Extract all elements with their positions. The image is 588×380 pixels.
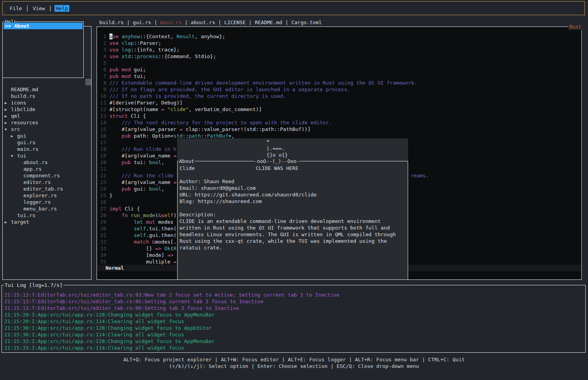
- about-popup-text-line: URL: https://git.shaunreed.com/shaunrd0/…: [180, 191, 407, 198]
- explorer-item-gui-rs[interactable]: gui.rs: [3, 139, 90, 146]
- code-line: 4use std::process::{Command, Stdio};: [97, 53, 581, 60]
- explorer-item-component-rs[interactable]: component.rs: [3, 172, 90, 179]
- line-number: 34: [97, 252, 106, 258]
- about-popup-text-line: ratatui crate.: [180, 244, 407, 251]
- explorer-item-libclide[interactable]: ▶libclide: [3, 106, 90, 113]
- tab-separator: |: [246, 19, 255, 25]
- about-popup-text-line: CLIDE is an extendable command-line driv…: [180, 218, 407, 224]
- tab-main-rs[interactable]: main.rs: [160, 19, 182, 25]
- tree-item-label: explorer.rs: [23, 192, 57, 199]
- line-number: 32: [97, 239, 106, 245]
- about-popup: * |.===. {}o o{} About -ooO--(_)--Ooo- C…: [177, 138, 408, 280]
- line-number: 23: [97, 179, 106, 186]
- dropdown-item-about[interactable]: >> About: [4, 23, 83, 29]
- tree-item-label: main.rs: [17, 146, 39, 152]
- tab-about-rs[interactable]: about.rs: [191, 19, 215, 25]
- code-line: 13struct Cli {: [97, 113, 581, 119]
- folder-collapsed-icon: ▶: [5, 100, 7, 106]
- vim-mode-indicator: Normal: [97, 265, 124, 271]
- tree-item-label: gui.rs: [17, 139, 35, 146]
- tab-gui-rs[interactable]: gui.rs: [133, 19, 151, 25]
- explorer-item-resources[interactable]: ▶resources: [3, 119, 90, 126]
- line-number: 33: [97, 245, 106, 252]
- line-number: 16: [97, 133, 106, 139]
- explorer-item-editor-rs[interactable]: editor.rs: [3, 179, 90, 186]
- tab-build-rs[interactable]: build.rs: [99, 19, 124, 25]
- explorer-item-gui[interactable]: ▶gui: [3, 133, 90, 139]
- ascii-art: * |.===. {}o o{}: [254, 138, 288, 158]
- line-number: 9: [97, 86, 106, 93]
- line-number: 27: [97, 205, 106, 212]
- explorer-item-about-rs[interactable]: about.rs: [3, 159, 90, 166]
- about-popup-text-line: Description:: [180, 211, 407, 218]
- explorer-item-menu-bar-rs[interactable]: menu_bar.rs: [3, 205, 90, 212]
- line-number: 26: [97, 199, 106, 205]
- menu-item-help[interactable]: Help: [55, 5, 69, 12]
- line-number: 11: [97, 99, 106, 106]
- tab-license[interactable]: LICENSE: [224, 19, 246, 25]
- tree-item-label: icons: [11, 99, 26, 106]
- explorer-item-readme-md[interactable]: README.md: [3, 86, 90, 93]
- log-entry: 21:15:13:T:EditorTab:src/tui/editor_tab.…: [4, 292, 584, 298]
- code-line: 2use clap::Parser;: [97, 40, 581, 46]
- line-number: 22: [97, 172, 106, 179]
- about-popup-box: About -ooO--(_)--Ooo- Clide CLIDE WAS HE…: [177, 161, 408, 280]
- code-fragment: reams.: [410, 172, 429, 179]
- about-popup-text-line: headless Linux environments. The GUI is …: [180, 231, 407, 238]
- tab-separator: |: [215, 19, 224, 25]
- line-number: 31: [97, 232, 106, 239]
- menu-item-view[interactable]: View: [32, 5, 46, 12]
- explorer-item-icons[interactable]: ▶icons: [3, 99, 90, 106]
- code-line: 1use anyhow::{Context, Result, anyhow};: [97, 33, 581, 40]
- line-number: 12: [97, 106, 106, 113]
- folder-collapsed-icon: ▶: [5, 219, 7, 226]
- scrollbar-thumb[interactable]: [85, 79, 91, 85]
- explorer-item-qml[interactable]: ▶qml: [3, 113, 90, 119]
- code-line: 10/// If no path is provided, the curren…: [97, 93, 581, 99]
- about-popup-text-line: Clide CLIDE WAS HERE: [180, 165, 407, 171]
- explorer-item-logger-rs[interactable]: logger.rs: [3, 199, 90, 205]
- line-number: 30: [97, 225, 106, 232]
- explorer-item-explorer-rs[interactable]: explorer.rs: [3, 192, 90, 199]
- tab-readme-md[interactable]: README.md: [255, 19, 282, 25]
- tui-log-panel[interactable]: Tui Log [log=1.7/s] 21:15:13:T:EditorTab…: [2, 285, 586, 353]
- about-popup-text-line: Email: shaunrd0@gmail.com: [180, 185, 407, 191]
- log-lines: 21:15:13:T:EditorTab:src/tui/editor_tab.…: [4, 292, 584, 351]
- explorer-item-target[interactable]: ▶target: [3, 219, 90, 225]
- line-number: 20: [97, 159, 106, 166]
- tab-separator: |: [181, 19, 190, 25]
- tab-cargo-toml[interactable]: Cargo.toml: [291, 19, 322, 25]
- line-number: 14: [97, 119, 106, 126]
- tree-item-label: tui: [17, 152, 26, 159]
- help-bar-line1: ALT+Q: Focus project explorer | ALT+W: F…: [0, 356, 588, 363]
- tab-separator: |: [151, 19, 160, 25]
- log-entry: 21:15:30:I:App:src/tui/app.rs:114:Cleari…: [4, 331, 584, 338]
- explorer-item-main-rs[interactable]: main.rs: [3, 146, 90, 152]
- menu-item-file[interactable]: File: [9, 5, 23, 12]
- code-line: 14 /// The root directory for the projec…: [97, 119, 581, 126]
- about-popup-text-line: written in Rust using the Qt UI framewor…: [180, 224, 407, 231]
- help-bar-line2: (↑/k)/(↓/j): Select option | Enter: Choo…: [0, 363, 588, 369]
- line-number: 13: [97, 113, 106, 119]
- log-entry: 21:15:20:I:App:src/tui/app.rs:128:Changi…: [4, 311, 584, 318]
- line-number: 35: [97, 258, 106, 265]
- line-number: 4: [97, 53, 106, 60]
- line-number: 18: [97, 146, 106, 152]
- explorer-item-app-rs[interactable]: app.rs: [3, 166, 90, 172]
- folder-collapsed-icon: ▶: [5, 120, 7, 126]
- line-number: 17: [97, 139, 106, 146]
- explorer-item-src[interactable]: ▼src: [3, 126, 90, 133]
- menu-separator: │: [26, 5, 29, 12]
- explorer-item-tui[interactable]: ▼tui: [3, 152, 90, 159]
- about-popup-text-line: Blog: https://shaunreed.com: [180, 198, 407, 205]
- line-number: 6: [97, 66, 106, 73]
- folder-expanded-icon: ▼: [5, 126, 7, 133]
- explorer-item-tui-rs[interactable]: tui.rs: [3, 212, 90, 219]
- line-number: 7: [97, 73, 106, 80]
- tree-item-label: gui: [17, 133, 26, 139]
- language-badge: Rust: [568, 23, 583, 30]
- explorer-item-editor-tab-rs[interactable]: editor_tab.rs: [3, 186, 90, 192]
- explorer-item-build-rs[interactable]: build.rs: [3, 93, 90, 99]
- log-panel-title: Tui Log [log=1.7/s]: [4, 282, 63, 288]
- tree-item-label: about.rs: [23, 159, 48, 166]
